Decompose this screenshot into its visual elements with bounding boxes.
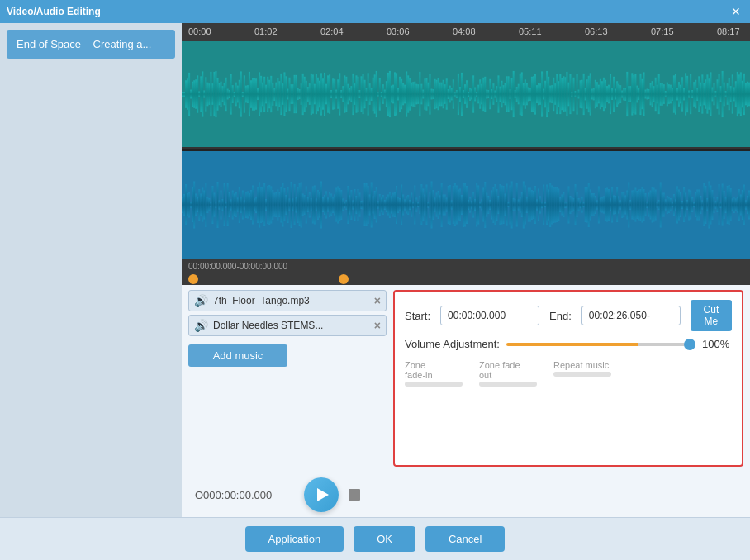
svg-rect-270 — [633, 75, 634, 113]
svg-rect-541 — [518, 200, 520, 211]
cut-me-button[interactable]: Cut Me — [691, 300, 732, 331]
svg-rect-301 — [685, 73, 686, 115]
svg-rect-485 — [424, 195, 425, 216]
svg-rect-122 — [386, 81, 387, 107]
end-time-input[interactable] — [581, 306, 681, 325]
stop-button[interactable] — [349, 489, 360, 501]
svg-rect-295 — [675, 74, 676, 114]
svg-rect-461 — [384, 200, 386, 210]
svg-rect-290 — [667, 83, 668, 107]
play-button[interactable] — [304, 477, 339, 512]
svg-rect-506 — [459, 189, 461, 221]
waveform-svg-top — [182, 41, 750, 147]
start-time-input[interactable] — [440, 306, 539, 325]
waveform-track-bottom[interactable] — [182, 151, 750, 259]
volume-slider[interactable] — [506, 343, 695, 346]
svg-rect-293 — [672, 88, 673, 101]
svg-rect-61 — [283, 72, 285, 116]
svg-rect-587 — [595, 196, 596, 214]
svg-rect-145 — [424, 78, 425, 109]
svg-rect-484 — [422, 189, 424, 221]
svg-rect-136 — [409, 78, 411, 110]
track-close-1[interactable]: × — [374, 320, 381, 331]
ok-button[interactable]: OK — [354, 526, 415, 552]
svg-rect-158 — [446, 78, 448, 109]
svg-rect-356 — [208, 198, 210, 211]
track-close-0[interactable]: × — [374, 295, 381, 306]
svg-rect-39 — [247, 85, 249, 103]
svg-rect-23 — [221, 82, 222, 107]
svg-rect-360 — [215, 202, 216, 208]
svg-rect-584 — [590, 190, 591, 221]
svg-rect-200 — [516, 87, 518, 102]
svg-rect-617 — [645, 193, 647, 216]
svg-rect-289 — [665, 91, 667, 97]
svg-rect-675 — [742, 190, 743, 220]
svg-rect-488 — [429, 192, 430, 218]
svg-rect-678 — [747, 196, 748, 214]
fade-out-control[interactable] — [479, 382, 537, 387]
svg-rect-269 — [631, 73, 633, 115]
trim-handle-right[interactable] — [339, 274, 349, 284]
track-item-0[interactable]: 🔊 7th_Floor_Tango.mp3 × — [188, 290, 387, 311]
svg-rect-631 — [668, 197, 670, 213]
svg-rect-439 — [347, 186, 349, 224]
svg-rect-445 — [357, 189, 358, 221]
svg-rect-350 — [198, 189, 200, 221]
svg-rect-348 — [195, 194, 197, 216]
sidebar-track-item[interactable]: End of Space – Creating a... — [7, 30, 175, 59]
svg-rect-524 — [489, 200, 491, 210]
svg-rect-48 — [262, 83, 263, 107]
svg-rect-399 — [280, 187, 282, 223]
svg-rect-644 — [690, 191, 691, 220]
svg-rect-38 — [245, 86, 247, 103]
svg-rect-81 — [317, 78, 319, 111]
svg-rect-303 — [688, 91, 690, 98]
svg-rect-71 — [301, 83, 302, 105]
repeat-control[interactable] — [553, 372, 611, 377]
svg-rect-626 — [660, 183, 662, 228]
svg-rect-442 — [352, 201, 354, 210]
svg-rect-468 — [396, 186, 397, 224]
svg-rect-324 — [724, 83, 725, 107]
svg-rect-56 — [275, 83, 277, 107]
position-text: 00:00:00.000-00:00:00.000 — [188, 262, 287, 271]
svg-rect-189 — [497, 75, 499, 112]
track-item-1[interactable]: 🔊 Dollar Needles STEMS... × — [188, 315, 387, 336]
svg-rect-139 — [414, 82, 415, 107]
fade-in-control[interactable] — [405, 382, 463, 387]
fade-in-label: Zonefade-in — [405, 360, 433, 380]
svg-rect-271 — [634, 74, 636, 114]
cancel-button[interactable]: Cancel — [425, 526, 505, 552]
add-music-button[interactable]: Add music — [188, 344, 287, 367]
svg-rect-433 — [337, 187, 339, 224]
svg-rect-227 — [561, 78, 562, 110]
svg-rect-443 — [354, 189, 355, 221]
close-button[interactable]: ✕ — [729, 4, 743, 19]
svg-rect-578 — [580, 202, 581, 208]
fade-out-label: Zone fadeout — [479, 360, 520, 380]
svg-rect-219 — [548, 77, 549, 112]
svg-rect-645 — [691, 197, 693, 212]
svg-rect-440 — [349, 196, 350, 215]
waveform-track-top[interactable] — [182, 41, 750, 149]
svg-rect-230 — [566, 72, 567, 116]
svg-rect-511 — [468, 200, 469, 210]
svg-rect-513 — [471, 202, 472, 209]
trim-handle-left[interactable] — [188, 274, 198, 284]
application-button[interactable]: Application — [245, 526, 344, 552]
svg-rect-31 — [234, 92, 235, 97]
svg-rect-585 — [591, 193, 593, 216]
svg-rect-9 — [197, 75, 198, 112]
svg-rect-234 — [573, 78, 575, 111]
svg-rect-493 — [438, 191, 439, 219]
svg-rect-361 — [216, 182, 218, 228]
svg-rect-88 — [329, 74, 330, 113]
svg-rect-99 — [347, 84, 349, 105]
svg-rect-654 — [706, 198, 708, 211]
svg-rect-2 — [185, 80, 187, 107]
svg-rect-397 — [277, 190, 278, 221]
svg-rect-372 — [235, 192, 237, 217]
svg-rect-609 — [631, 191, 633, 220]
time-marker-4: 04:08 — [453, 26, 476, 36]
